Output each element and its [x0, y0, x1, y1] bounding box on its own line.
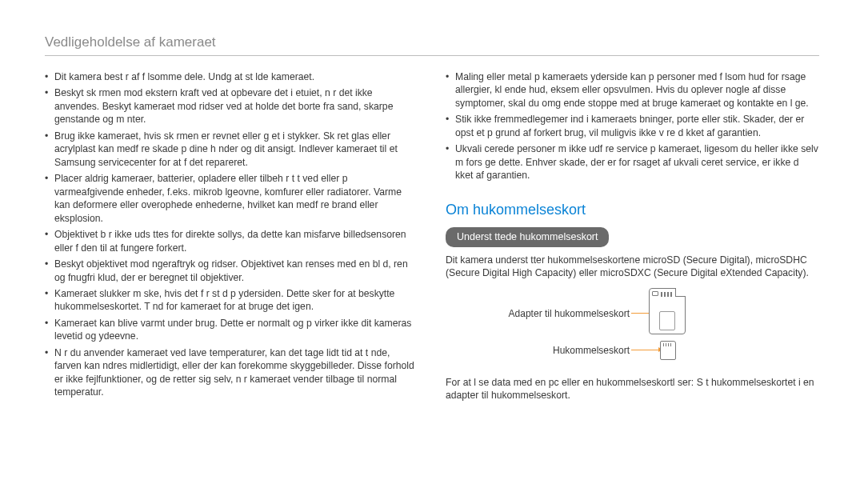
list-item: Objektivet b r ikke uds ttes for direkte…	[45, 228, 418, 254]
list-item: Ukvali cerede personer m ikke udf re ser…	[446, 142, 819, 182]
memory-cards-heading: Om hukommelseskort	[446, 200, 819, 219]
supported-cards-text: Dit kamera underst tter hukommelseskorte…	[446, 254, 819, 280]
care-bullets-right: Maling eller metal p kameraets yderside …	[446, 70, 819, 182]
adapter-label: Adapter til hukommelseskort	[446, 307, 630, 320]
section-rule	[45, 55, 819, 56]
list-item: Stik ikke fremmedlegemer ind i kameraets…	[446, 113, 819, 139]
list-item: Maling eller metal p kameraets yderside …	[446, 70, 819, 110]
sd-adapter-icon	[649, 288, 686, 334]
microsd-card-icon	[660, 341, 676, 360]
list-item: Placer aldrig kameraer, batterier, oplad…	[45, 172, 418, 225]
card-adapter-diagram: Adapter til hukommelseskort Hukommelsesk…	[446, 288, 819, 368]
supported-cards-pill: Underst ttede hukommelseskort	[446, 227, 609, 247]
two-column-layout: Dit kamera best r af f lsomme dele. Undg…	[45, 70, 819, 410]
card-label: Hukommelseskort	[446, 344, 630, 357]
sd-slot-icon	[659, 311, 675, 330]
list-item: Brug ikke kameraet, hvis sk rmen er revn…	[45, 130, 418, 169]
section-title: Vedligeholdelse af kameraet	[45, 34, 819, 52]
list-item: Kameraet kan blive varmt under brug. Det…	[45, 317, 418, 343]
list-item: Dit kamera best r af f lsomme dele. Undg…	[45, 70, 418, 83]
list-item: Beskyt sk rmen mod ekstern kraft ved at …	[45, 86, 418, 126]
reader-instruction-text: For at l se data med en pc eller en huko…	[446, 376, 819, 402]
sd-pins-icon	[661, 292, 674, 297]
right-column: Maling eller metal p kameraets yderside …	[446, 70, 819, 410]
list-item: Beskyt objektivet mod ngeraftryk og rids…	[45, 258, 418, 284]
list-item: N r du anvender kameraet ved lave temper…	[45, 346, 418, 399]
manual-page: Vedligeholdelse af kameraet Dit kamera b…	[0, 34, 864, 504]
list-item: Kameraet slukker m ske, hvis det f r st …	[45, 287, 418, 314]
leader-line	[631, 350, 660, 350]
care-bullets-left: Dit kamera best r af f lsomme dele. Undg…	[45, 70, 418, 399]
left-column: Dit kamera best r af f lsomme dele. Undg…	[45, 70, 418, 410]
